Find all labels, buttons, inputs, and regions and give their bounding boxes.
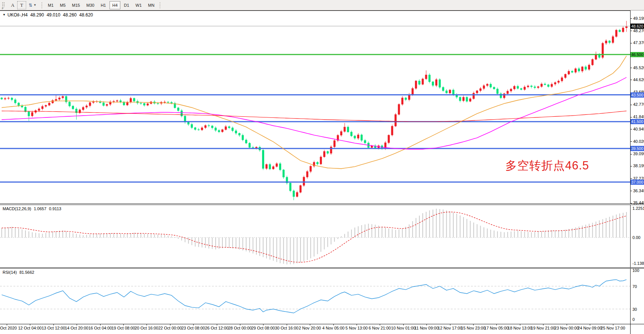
timeframe-button-h1[interactable]: H1 — [98, 1, 108, 9]
time-tick-label: 28 Oct 00:00 — [228, 326, 252, 330]
text-label-tool-button[interactable]: A — [8, 1, 17, 9]
timeframe-toolbar: M1M5M15M30H1H4D1W1MN — [45, 1, 157, 9]
toolbar-separator — [159, 2, 161, 9]
macd-name: MACD(12,26,9) — [3, 206, 31, 211]
rsi-value: 81.5662 — [19, 270, 34, 275]
grip-dots-icon — [2, 2, 5, 7]
macd-histogram — [2, 209, 627, 264]
chart-top-border — [0, 10, 630, 11]
symbol-collapse-icon: ▼ — [3, 13, 6, 16]
time-axis[interactable]: 9 Oct 202012 Oct 04:0013 Oct 12:0014 Oct… — [0, 324, 644, 334]
timeframe-button-m5[interactable]: M5 — [57, 1, 68, 9]
time-tick-label: 23 Nov 00:00 — [554, 326, 579, 330]
macd-panel-plot[interactable] — [0, 205, 630, 268]
time-tick-label: 10 Nov 01:00 — [391, 326, 415, 330]
time-tick-label: 19 Oct 08:00 — [112, 326, 135, 330]
time-tick-label: 23 Oct 08:00 — [182, 326, 205, 330]
macd-panel-separator[interactable] — [0, 203, 644, 205]
rsi-line — [2, 280, 627, 313]
rsi-panel-separator[interactable] — [0, 267, 644, 269]
ma-mid-magenta — [2, 77, 627, 149]
time-tick-label: 19 Nov 21:00 — [531, 326, 555, 330]
time-tick-label: 2 Nov 20:00 — [299, 326, 321, 330]
time-tick-label: 11 Nov 09:00 — [415, 326, 439, 330]
timeframe-button-d1[interactable]: D1 — [121, 1, 132, 9]
time-tick-label: 9 Oct 2020 — [0, 326, 17, 330]
toolbar: F A T ⇅ ▼ M1M5M15M30H1H4D1W1MN — [0, 0, 644, 10]
timeframe-button-w1[interactable]: W1 — [133, 1, 145, 9]
arrows-tool-icon: ⇅ — [29, 3, 33, 8]
time-tick-label: 26 Oct 12:00 — [205, 326, 229, 330]
ma-fast-orange — [2, 56, 627, 169]
rsi-label: RSI(14)81.5662 — [3, 270, 34, 275]
timeframe-button-m15[interactable]: M15 — [70, 1, 83, 9]
time-tick-label: 16 Oct 04:00 — [89, 326, 112, 330]
close-value: 48.620 — [79, 12, 93, 18]
toolbar-separator — [41, 2, 43, 9]
timeframe-button-mn[interactable]: MN — [145, 1, 157, 9]
macd-signal-value: 0.9113 — [49, 206, 61, 211]
ma-slow-red — [2, 111, 627, 122]
time-tick-label: 4 Nov 05:00 — [322, 326, 344, 330]
time-tick-label: 6 Nov 21:00 — [369, 326, 391, 330]
timeframe-button-h4[interactable]: H4 — [110, 1, 120, 9]
open-value: 48.290 — [30, 12, 44, 18]
low-value: 48.260 — [63, 12, 77, 18]
arrows-tool-button[interactable]: ⇅ ▼ — [26, 1, 39, 9]
text-tool-button[interactable]: T — [17, 1, 26, 9]
time-tick-label: 25 Nov 17:00 — [601, 326, 625, 330]
timeframe-button-m30[interactable]: M30 — [84, 1, 97, 9]
price-axis[interactable] — [630, 10, 644, 324]
annotation-text[interactable]: 多空转折点46.5 — [505, 158, 589, 174]
time-tick-label: 13 Oct 12:00 — [42, 326, 65, 330]
macd-label: MACD(12,26,9)1.06570.9113 — [3, 206, 61, 211]
toolbar-grip[interactable]: F — [1, 1, 7, 9]
chart-symbol-header[interactable]: ▼UKOil-,H448.29049.01048.26048.620 — [3, 12, 93, 18]
time-tick-label: 20 Oct 16:00 — [135, 326, 158, 330]
rsi-name: RSI(14) — [3, 270, 17, 275]
time-tick-label: 22 Oct 00:00 — [158, 326, 182, 330]
dropdown-caret-icon: ▼ — [34, 3, 37, 7]
time-tick-label: 18 Nov 13:00 — [508, 326, 532, 330]
high-value: 49.010 — [47, 12, 61, 18]
time-tick-label: 14 Oct 20:00 — [65, 326, 89, 330]
time-tick-label: 30 Oct 16:00 — [275, 326, 299, 330]
rsi-panel-plot[interactable] — [0, 269, 630, 324]
time-tick-label: 17 Nov 05:00 — [484, 326, 508, 330]
timeframe-button-m1[interactable]: M1 — [45, 1, 56, 9]
time-tick-label: 24 Nov 09:00 — [577, 326, 602, 330]
macd-value: 1.0657 — [34, 206, 46, 211]
symbol-period-label: UKOil-,H4 — [7, 12, 28, 18]
main-chart-plot[interactable] — [0, 10, 630, 204]
time-tick-label: 29 Oct 08:00 — [252, 326, 275, 330]
time-tick-label: 12 Nov 17:00 — [438, 326, 462, 330]
time-tick-label: 5 Nov 13:00 — [345, 326, 367, 330]
time-tick-label: 12 Oct 04:00 — [18, 326, 42, 330]
time-tick-label: 15 Nov 23:00 — [461, 326, 485, 330]
grip-label: F — [2, 7, 4, 10]
